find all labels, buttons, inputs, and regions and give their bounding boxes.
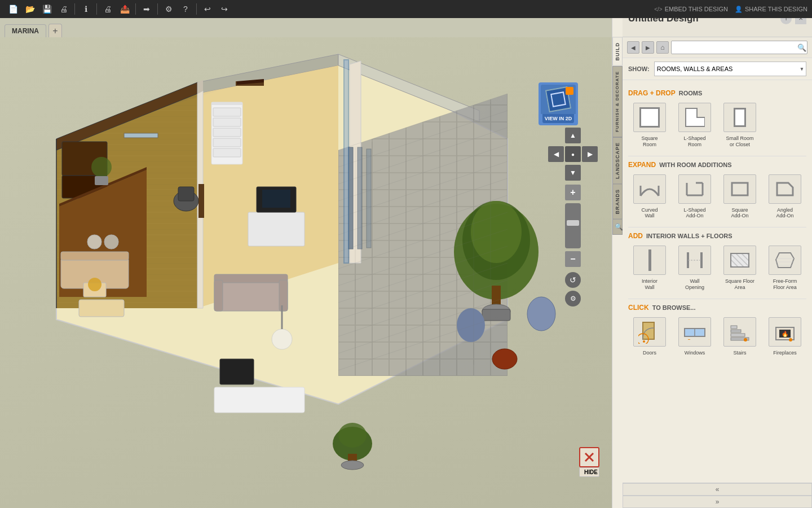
open-icon[interactable]: 📂: [23, 2, 37, 16]
sep5: [196, 3, 197, 15]
svg-rect-53: [220, 359, 254, 384]
zoom-out-button[interactable]: −: [565, 251, 581, 267]
share2-icon[interactable]: ➡: [139, 2, 154, 16]
nav-arrows-row: ▲: [548, 128, 598, 143]
svg-text:🔥: 🔥: [782, 330, 789, 338]
tab-marina[interactable]: MARINA: [5, 24, 46, 37]
print-icon[interactable]: 🖨: [100, 2, 115, 16]
export-icon[interactable]: 📤: [117, 2, 132, 16]
collapse-down-button[interactable]: »: [623, 496, 812, 508]
side-tab-build[interactable]: BUILD: [612, 37, 623, 66]
nav-down-row: ▼: [548, 165, 598, 181]
doors-item[interactable]: Doors: [628, 315, 671, 358]
side-tab-furnish[interactable]: FURNISH & DECORATE: [612, 66, 623, 137]
svg-rect-122: [731, 334, 745, 336]
code-icon: [654, 6, 662, 12]
add-tab-button[interactable]: +: [48, 24, 62, 37]
info-icon[interactable]: ℹ: [78, 2, 93, 16]
svg-rect-28: [61, 252, 129, 260]
x-icon: [582, 450, 596, 464]
nav-down-button[interactable]: ▼: [565, 165, 581, 181]
angled-addon-item[interactable]: AngledAdd-On: [764, 172, 806, 222]
svg-rect-123: [731, 330, 741, 332]
zoom-handle[interactable]: [567, 220, 579, 226]
svg-marker-98: [686, 108, 705, 126]
hide-icon-container: [579, 447, 599, 467]
interior-grid: InteriorWall WallOpening: [628, 243, 806, 293]
svg-rect-67: [95, 176, 108, 185]
fireplaces-item[interactable]: 🔥 Fireplaces: [764, 315, 806, 358]
svg-rect-43: [262, 190, 290, 208]
svg-rect-38: [213, 128, 241, 137]
zoom-in-button[interactable]: +: [565, 185, 581, 200]
wall-opening-item[interactable]: WallOpening: [673, 243, 716, 293]
curved-wall-item[interactable]: CurvedWall: [628, 172, 671, 222]
svg-rect-45: [178, 187, 194, 201]
nav-right-button[interactable]: ▶: [582, 146, 598, 162]
section-drag-drop: DRAG + DROP ROOMS: [628, 89, 806, 97]
help-icon[interactable]: ?: [178, 2, 193, 16]
floor-plan-svg: [0, 37, 612, 508]
right-panel: BUILD FURNISH & DECORATE LANDSCAPE BRAND…: [612, 0, 812, 508]
svg-point-125: [744, 338, 747, 341]
freeform-floor-item[interactable]: Free-FormFloor Area: [764, 243, 806, 293]
windows-item[interactable]: Windows: [673, 315, 716, 358]
l-shaped-addon-item[interactable]: L-ShapedAdd-On: [673, 172, 716, 222]
l-shaped-room-item[interactable]: L-ShapedRoom: [673, 100, 716, 150]
interior-wall-item[interactable]: InteriorWall: [628, 243, 671, 293]
square-addon-item[interactable]: SquareAdd-On: [718, 172, 761, 222]
nav-left-button[interactable]: ◀: [548, 146, 564, 162]
svg-point-129: [789, 338, 792, 341]
svg-rect-40: [213, 148, 241, 157]
save-icon[interactable]: 💾: [39, 2, 54, 16]
section-expand: EXPAND WITH ROOM ADDITIONS: [628, 161, 806, 169]
view-in-2d-button[interactable]: VIEW IN 2D: [539, 82, 578, 125]
view2d-label: VIEW IN 2D: [542, 114, 575, 123]
new-icon[interactable]: 📄: [6, 2, 20, 16]
embed-btn[interactable]: EMBED THIS DESIGN: [654, 6, 728, 12]
saveas-icon[interactable]: 🖨: [56, 2, 71, 16]
svg-rect-33: [79, 300, 124, 317]
side-tab-landscape[interactable]: LANDSCAPE: [612, 137, 623, 184]
svg-rect-48: [214, 280, 223, 311]
svg-rect-46: [214, 280, 288, 311]
panel-content: DRAG + DROP ROOMS SquareRoom: [623, 80, 812, 483]
nav-forward-button[interactable]: ▶: [642, 41, 654, 54]
nav-home-button[interactable]: ⌂: [656, 41, 669, 54]
square-room-item[interactable]: SquareRoom: [628, 100, 671, 150]
square-floor-item[interactable]: Square FloorArea: [718, 243, 761, 293]
rotate-button[interactable]: ↺: [565, 272, 581, 288]
side-tab-brands[interactable]: BRANDS: [612, 184, 623, 220]
navigation-controls: ▲ ◀ ● ▶ ▼ + − ↺ ⚙: [548, 128, 598, 306]
expand-grid: CurvedWall L-ShapedAdd-On: [628, 172, 806, 222]
undo-icon[interactable]: ↩: [200, 2, 215, 16]
settings-gear-button[interactable]: ⚙: [565, 291, 581, 306]
nav-back-button[interactable]: ◀: [627, 41, 639, 54]
share-btn[interactable]: 👤 SHARE THIS DESIGN: [735, 6, 807, 13]
search-input[interactable]: [671, 41, 807, 54]
embed-share-area: EMBED THIS DESIGN 👤 SHARE THIS DESIGN: [654, 6, 807, 13]
svg-point-63: [457, 308, 485, 342]
settings-icon[interactable]: ⚙: [161, 2, 176, 16]
nav-center-button[interactable]: ●: [565, 146, 581, 162]
panel-main: Untitled Design i ✕ ◀ ▶ ⌂ 🔍 SHOW: ROOMS,…: [623, 0, 812, 508]
show-select[interactable]: ROOMS, WALLS & AREAS FURNITURE LANDSCAPE: [654, 62, 806, 76]
3d-scene[interactable]: VIEW IN 2D ▲ ◀ ● ▶ ▼ +: [0, 37, 612, 508]
hide-button[interactable]: HIDE: [579, 467, 599, 477]
square-room-icon: [633, 103, 666, 132]
canvas-area[interactable]: VIEW IN 2D ▲ ◀ ● ▶ ▼ +: [0, 37, 612, 508]
collapse-up-button[interactable]: «: [623, 483, 812, 496]
search-button[interactable]: 🔍: [797, 43, 806, 52]
search-tab[interactable]: 🔍: [612, 219, 623, 235]
curved-wall-icon: [633, 174, 666, 204]
section-interior: ADD INTERIOR WALLS + FLOORS: [628, 232, 806, 240]
nav-up-button[interactable]: ▲: [565, 128, 581, 143]
stairs-icon: [723, 317, 756, 347]
svg-point-117: [643, 340, 645, 343]
small-room-item[interactable]: Small Roomor Closet: [718, 100, 761, 150]
stairs-item[interactable]: Stairs: [718, 315, 761, 358]
windows-icon: [678, 317, 711, 347]
collapse-buttons: « »: [623, 483, 812, 508]
redo-icon[interactable]: ↪: [217, 2, 232, 16]
hide-area: HIDE: [579, 447, 599, 477]
